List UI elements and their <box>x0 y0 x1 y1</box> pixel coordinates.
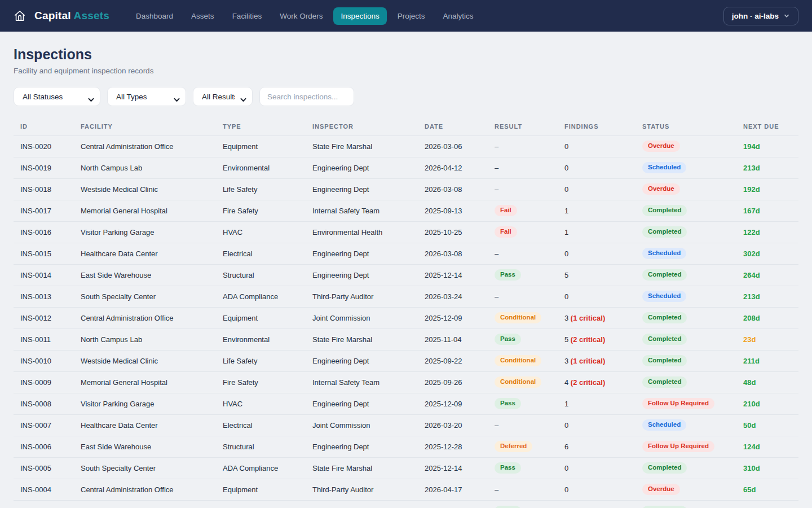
cell-inspector: Third-Party Auditor <box>312 479 425 500</box>
table-row[interactable]: INS-0008 Visitor Parking Garage HVAC Eng… <box>14 393 798 414</box>
main-content: Inspections Facility and equipment inspe… <box>0 32 812 508</box>
cell-result: – <box>495 157 564 178</box>
cell-id: INS-0006 <box>14 436 81 457</box>
table-row[interactable]: INS-0014 East Side Warehouse Structural … <box>14 264 798 286</box>
cell-result: – <box>495 178 564 200</box>
table-row[interactable]: INS-0010 Westside Medical Clinic Life Sa… <box>14 350 798 371</box>
result-filter[interactable]: All Results <box>193 87 253 106</box>
cell-result: – <box>495 135 564 157</box>
cell-facility: East Side Warehouse <box>81 436 223 457</box>
cell-result: Pass <box>495 264 564 286</box>
cell-inspector: Internal Safety Team <box>312 200 425 221</box>
cell-inspector: State Fire Marshal <box>312 135 425 157</box>
cell-date: 2026-03-20 <box>425 414 495 436</box>
cell-status: Completed <box>642 329 743 350</box>
cell-result: – <box>495 479 564 500</box>
cell-next-due: 210d <box>743 393 798 414</box>
nav-item-assets[interactable]: Assets <box>184 7 222 25</box>
col-header-status: Status <box>642 117 743 135</box>
brand-logo[interactable]: Capital Assets <box>14 10 109 22</box>
table-row[interactable]: INS-0016 Visitor Parking Garage HVAC Env… <box>14 221 798 243</box>
table-row[interactable]: INS-0017 Memorial General Hospital Fire … <box>14 200 798 221</box>
cell-facility: Healthcare Data Center <box>81 243 223 264</box>
cell-facility: Memorial General Hospital <box>81 371 223 393</box>
cell-status: Completed <box>642 350 743 371</box>
cell-id: INS-0010 <box>14 350 81 371</box>
cell-date: 2025-12-14 <box>425 264 495 286</box>
cell-status: Overdue <box>642 178 743 200</box>
cell-type: Environmental <box>223 329 312 350</box>
cell-type: ADA Compliance <box>223 286 312 307</box>
nav-item-facilities[interactable]: Facilities <box>225 7 270 25</box>
table-header-row: ID Facility Type Inspector Date Result F… <box>14 117 798 135</box>
table-row[interactable]: INS-0011 North Campus Lab Environmental … <box>14 329 798 350</box>
cell-findings: 0 <box>564 457 642 479</box>
table-row[interactable]: INS-0018 Westside Medical Clinic Life Sa… <box>14 178 798 200</box>
table-row[interactable]: INS-0012 Central Administration Office E… <box>14 307 798 329</box>
cell-findings: 1 <box>564 200 642 221</box>
table-row[interactable]: INS-0015 Healthcare Data Center Electric… <box>14 243 798 264</box>
cell-date: 2025-09-26 <box>425 371 495 393</box>
table-row[interactable]: INS-0003 North Campus Lab Environmental … <box>14 500 798 508</box>
cell-id: INS-0008 <box>14 393 81 414</box>
cell-next-due: 208d <box>743 307 798 329</box>
nav-item-dashboard[interactable]: Dashboard <box>129 7 180 25</box>
cell-type: Fire Safety <box>223 371 312 393</box>
page-title: Inspections <box>14 46 798 63</box>
cell-findings: 3 (1 critical) <box>564 350 642 371</box>
cell-next-due: 23d <box>743 329 798 350</box>
table-row[interactable]: INS-0020 Central Administration Office E… <box>14 135 798 157</box>
cell-type: Structural <box>223 436 312 457</box>
status-filter-wrap: All Statuses <box>14 87 100 106</box>
nav-item-projects[interactable]: Projects <box>390 7 433 25</box>
cell-date: 2026-04-17 <box>425 479 495 500</box>
cell-status: Scheduled <box>642 243 743 264</box>
table-row[interactable]: INS-0019 North Campus Lab Environmental … <box>14 157 798 178</box>
cell-result: Pass <box>495 500 564 508</box>
cell-inspector: Third-Party Auditor <box>312 286 425 307</box>
nav-item-work-orders[interactable]: Work Orders <box>272 7 330 25</box>
table-row[interactable]: INS-0004 Central Administration Office E… <box>14 479 798 500</box>
user-menu-button[interactable]: john · ai-labs <box>723 7 798 25</box>
col-header-date: Date <box>425 117 495 135</box>
cell-date: 2025-10-25 <box>425 221 495 243</box>
col-header-findings: Findings <box>564 117 642 135</box>
search-input[interactable] <box>259 87 354 106</box>
type-filter[interactable]: All Types <box>107 87 186 106</box>
cell-date: 2025-12-09 <box>425 307 495 329</box>
cell-findings: 6 <box>564 436 642 457</box>
cell-next-due: 167d <box>743 200 798 221</box>
cell-facility: Visitor Parking Garage <box>81 393 223 414</box>
cell-id: INS-0016 <box>14 221 81 243</box>
cell-facility: Central Administration Office <box>81 307 223 329</box>
status-filter[interactable]: All Statuses <box>14 87 100 106</box>
cell-date: 2025-12-14 <box>425 457 495 479</box>
cell-type: Life Safety <box>223 178 312 200</box>
cell-type: ADA Compliance <box>223 457 312 479</box>
cell-date: 2025-09-02 <box>425 500 495 508</box>
cell-findings: 0 <box>564 286 642 307</box>
nav-item-analytics[interactable]: Analytics <box>435 7 480 25</box>
cell-id: INS-0014 <box>14 264 81 286</box>
page-subtitle: Facility and equipment inspection record… <box>14 67 798 75</box>
table-row[interactable]: INS-0009 Memorial General Hospital Fire … <box>14 371 798 393</box>
nav-item-inspections[interactable]: Inspections <box>333 7 386 25</box>
cell-id: INS-0015 <box>14 243 81 264</box>
cell-next-due: 192d <box>743 178 798 200</box>
cell-findings: 1 <box>564 221 642 243</box>
cell-date: 2026-03-24 <box>425 286 495 307</box>
table-row[interactable]: INS-0005 South Specialty Center ADA Comp… <box>14 457 798 479</box>
col-header-id: ID <box>14 117 81 135</box>
table-row[interactable]: INS-0013 South Specialty Center ADA Comp… <box>14 286 798 307</box>
table-row[interactable]: INS-0006 East Side Warehouse Structural … <box>14 436 798 457</box>
cell-type: HVAC <box>223 393 312 414</box>
cell-facility: South Specialty Center <box>81 457 223 479</box>
user-menu-label: john · ai-labs <box>732 12 779 20</box>
table-row[interactable]: INS-0007 Healthcare Data Center Electric… <box>14 414 798 436</box>
cell-next-due: 211d <box>743 350 798 371</box>
cell-inspector: Engineering Dept <box>312 264 425 286</box>
chevron-down-icon <box>783 12 790 19</box>
cell-id: INS-0019 <box>14 157 81 178</box>
cell-inspector: Environmental Health <box>312 221 425 243</box>
cell-status: Completed <box>642 264 743 286</box>
